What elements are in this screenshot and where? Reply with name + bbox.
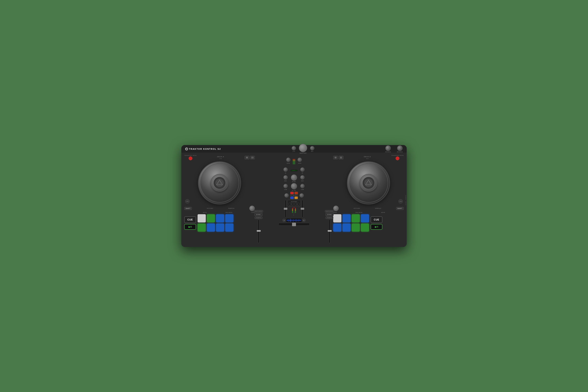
svg-rect-31 — [299, 220, 300, 221]
left-pitch-fader-area: KEYLOCK SYNC TEMPO — [254, 210, 263, 243]
right-sync-btn[interactable]: SYNC — [326, 213, 334, 216]
svg-rect-19 — [292, 220, 293, 221]
master-knob[interactable] — [299, 144, 307, 152]
left-play-btn[interactable]: ▶/II — [184, 224, 196, 230]
left-pitch-fader[interactable] — [258, 220, 259, 243]
right-shift-btn[interactable]: SHIFT — [396, 207, 404, 210]
left-level-meter — [293, 155, 294, 166]
chat-label: CHT — [293, 151, 295, 152]
right-pitch-fader[interactable] — [329, 220, 330, 243]
mic-knob[interactable] — [310, 146, 314, 150]
left-keylock-btn[interactable]: KEYLOCK — [254, 210, 263, 212]
svg-rect-5 — [252, 158, 252, 158]
left-mid-knob[interactable] — [284, 175, 288, 180]
right-gain-knob[interactable] — [298, 158, 302, 162]
left-list-btn[interactable] — [244, 156, 249, 159]
right-pad-7[interactable] — [352, 224, 360, 232]
phones-vol-knob[interactable] — [291, 183, 297, 189]
brand-logo: ® TRAKTOR KONTROL S2 — [185, 148, 221, 150]
left-grid-view-btn[interactable] — [250, 156, 255, 159]
chat-knob[interactable] — [292, 146, 296, 150]
fx-btn-red-2[interactable] — [294, 192, 298, 194]
right-channel-fader[interactable] — [302, 200, 303, 218]
fx-btn-red-1[interactable] — [290, 192, 294, 194]
right-flux-button[interactable] — [396, 156, 399, 160]
svg-rect-11 — [288, 220, 288, 221]
svg-rect-24 — [295, 220, 296, 221]
left-pad-1[interactable] — [198, 214, 206, 222]
left-low-knob[interactable] — [284, 184, 288, 188]
left-pad-3[interactable] — [216, 214, 224, 222]
right-pad-2[interactable] — [342, 214, 351, 222]
right-low-label: LOW — [301, 189, 304, 190]
waveform-right-arrow[interactable]: ► — [302, 219, 306, 222]
left-pad-2[interactable] — [207, 214, 215, 222]
left-browse-knob[interactable] — [385, 146, 391, 151]
right-pad-5[interactable] — [333, 224, 342, 232]
right-pad-3[interactable] — [352, 214, 360, 222]
right-deck-arrows: ◄ ► — [366, 158, 369, 159]
right-jog-wheel[interactable] — [347, 161, 390, 204]
svg-rect-40 — [340, 158, 341, 158]
sync-tempo-label: SYNC TEMPO — [405, 195, 406, 205]
right-pad-6[interactable] — [342, 224, 351, 232]
svg-rect-2 — [246, 158, 248, 158]
right-hi-knob[interactable] — [300, 168, 304, 172]
left-low-label: LOW — [284, 189, 287, 190]
right-play-btn[interactable]: ▶/II — [371, 224, 382, 230]
right-list-btn[interactable] — [333, 156, 338, 159]
right-grid-view-btn[interactable] — [339, 156, 344, 159]
right-browse-knob[interactable] — [397, 146, 402, 151]
left-pad-6[interactable] — [207, 224, 215, 232]
svg-rect-13 — [289, 220, 290, 221]
left-pad-7[interactable] — [216, 224, 224, 232]
right-mid-col: MID — [300, 175, 304, 182]
fx-btn-blue[interactable] — [290, 196, 294, 199]
left-grid-btn[interactable]: GRID — [185, 199, 190, 204]
svg-rect-14 — [290, 220, 290, 221]
left-samples-label: SAMPLES — [228, 208, 234, 209]
left-pad-4[interactable] — [225, 214, 234, 222]
right-pad-4[interactable] — [361, 214, 369, 222]
right-fx-knob[interactable] — [300, 193, 304, 198]
phones-mix-knob[interactable] — [291, 174, 297, 181]
left-pad-row-2 — [198, 224, 234, 232]
right-pad-mode-label: PAD MODE — [356, 212, 362, 213]
phones-cue-b-btn[interactable]: CUE — [294, 203, 299, 205]
left-pad-5[interactable] — [198, 224, 206, 232]
waveform-left-arrow[interactable]: ◄ — [282, 219, 286, 222]
svg-rect-25 — [296, 219, 296, 222]
left-cue-btn[interactable]: CUE — [184, 216, 196, 223]
left-fx-knob[interactable] — [284, 193, 289, 198]
left-sync-btn[interactable]: SYNC — [254, 213, 262, 216]
left-flux-button[interactable] — [189, 156, 192, 160]
left-gain-knob[interactable] — [286, 158, 290, 162]
left-jog-logo — [214, 177, 226, 189]
right-mid-knob[interactable] — [300, 175, 304, 180]
svg-rect-26 — [296, 220, 297, 221]
brand-name: TRAKTOR KONTROL S2 — [189, 148, 221, 150]
svg-rect-3 — [252, 157, 252, 158]
svg-rect-33 — [300, 219, 301, 221]
right-grid-btn[interactable]: GRID — [398, 199, 403, 204]
left-hi-knob[interactable] — [284, 168, 288, 172]
level-meters — [293, 155, 295, 166]
right-pad-1[interactable] — [333, 214, 342, 222]
left-channel-fader[interactable] — [285, 200, 286, 218]
right-gain-col: GAIN — [298, 158, 302, 164]
left-shift-btn[interactable]: SHIFT — [184, 207, 192, 210]
left-pad-8[interactable] — [225, 224, 234, 232]
right-cue-btn[interactable]: CUE — [371, 216, 382, 223]
main-content: TRANSPORT MODE DECK A ◄ ► — [181, 153, 407, 247]
right-low-knob[interactable] — [300, 184, 304, 188]
phones-cue-a-btn[interactable]: CUE — [289, 203, 294, 205]
right-pad-8[interactable] — [361, 224, 369, 232]
fx-btn-yellow[interactable] — [294, 196, 298, 199]
svg-rect-23 — [295, 219, 295, 221]
right-pad-row-1 — [333, 214, 369, 222]
left-pad-row-1 — [198, 214, 234, 222]
left-jog-wheel[interactable] — [198, 161, 241, 204]
left-hotcues-label: HOTCUES — [207, 208, 213, 209]
crossfader[interactable] — [278, 223, 310, 226]
right-keylock-btn[interactable]: KEYLOCK — [325, 210, 334, 212]
